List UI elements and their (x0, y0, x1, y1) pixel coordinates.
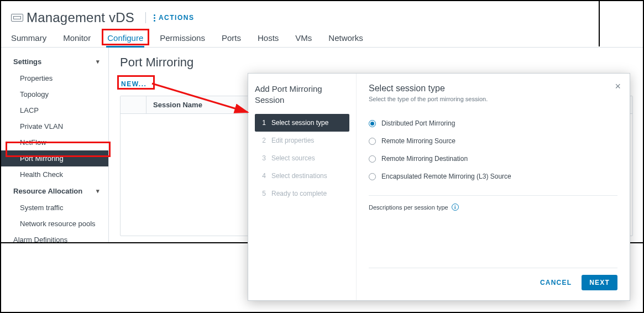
actions-menu[interactable]: ACTIONS (154, 14, 195, 22)
nav-port-mirroring[interactable]: Port Mirroring (0, 150, 108, 166)
tab-permissions[interactable]: Permissions (160, 33, 205, 47)
separator (145, 12, 146, 23)
step-number: 1 (260, 119, 266, 127)
step-label: Ready to complete (271, 190, 327, 197)
option-label: Remote Mirroring Destination (381, 155, 468, 163)
close-icon[interactable]: × (615, 81, 621, 91)
step-number: 2 (260, 137, 266, 144)
session-type-option[interactable]: Remote Mirroring Source (369, 132, 617, 150)
chevron-down-icon: ▾ (96, 58, 100, 65)
actions-dots-icon (154, 14, 155, 22)
cancel-button[interactable]: CANCEL (540, 279, 572, 286)
dialog-step-subtitle: Select the type of the port mirroring se… (369, 96, 617, 102)
chevron-down-icon: ▾ (96, 187, 100, 195)
info-icon: i (452, 204, 459, 211)
dialog-content-pane: × Select session type Select the type of… (357, 74, 630, 300)
session-type-option[interactable]: Encapsulated Remote Mirroring (L3) Sourc… (369, 168, 617, 185)
dialog-step-title: Select session type (369, 84, 617, 93)
step-label: Select sources (271, 154, 315, 162)
option-label: Distributed Port Mirroring (381, 119, 455, 127)
nav-network-resource-pools[interactable]: Network resource pools (0, 216, 108, 232)
nav-private-vlan[interactable]: Private VLAN (0, 118, 108, 134)
session-type-option[interactable]: Remote Mirroring Destination (369, 150, 617, 168)
nav-group-header[interactable]: Resource Allocation▾ (0, 182, 108, 200)
tab-networks[interactable]: Networks (328, 33, 363, 47)
step-label: Select session type (271, 119, 328, 127)
page-header: Management vDS ACTIONS SummaryMonitorCon… (0, 0, 644, 48)
step-number: 5 (260, 190, 266, 197)
new-session-button[interactable]: NEW... (120, 80, 148, 88)
wizard-step: 3Select sources (255, 149, 349, 167)
tab-configure[interactable]: Configure (107, 33, 143, 47)
wizard-step[interactable]: 1Select session type (255, 114, 349, 132)
step-number: 3 (260, 154, 266, 162)
vds-icon (11, 14, 23, 22)
nav-health-check[interactable]: Health Check (0, 166, 108, 182)
radio-icon (369, 120, 376, 127)
wizard-step: 2Edit properties (255, 132, 349, 149)
nav-system-traffic[interactable]: System traffic (0, 200, 108, 216)
radio-icon (369, 173, 376, 180)
tab-vms[interactable]: VMs (295, 33, 312, 47)
content-title: Port Mirroring (120, 55, 633, 70)
dialog-steps-pane: Add Port Mirroring Session 1Select sessi… (248, 74, 357, 300)
nav-properties[interactable]: Properties (0, 70, 108, 86)
nav-netflow[interactable]: NetFlow (0, 134, 108, 150)
nav-lacp[interactable]: LACP (0, 102, 108, 118)
descriptions-label: Descriptions per session type (369, 204, 448, 211)
step-label: Edit properties (271, 137, 314, 144)
radio-icon (369, 138, 376, 145)
add-port-mirroring-dialog: Add Port Mirroring Session 1Select sessi… (248, 73, 630, 301)
wizard-step: 4Select destinations (255, 167, 349, 185)
option-label: Encapsulated Remote Mirroring (L3) Sourc… (381, 173, 511, 180)
step-label: Select destinations (271, 172, 327, 180)
frame-right-gap (599, 1, 643, 46)
tab-ports[interactable]: Ports (222, 33, 241, 47)
tab-hosts[interactable]: Hosts (258, 33, 279, 47)
option-label: Remote Mirroring Source (381, 137, 455, 145)
nav-group-header[interactable]: Settings▾ (0, 53, 108, 70)
descriptions-link[interactable]: Descriptions per session type i (369, 195, 617, 211)
tab-bar: SummaryMonitorConfigurePermissionsPortsH… (0, 25, 644, 48)
step-number: 4 (260, 172, 266, 180)
tab-summary[interactable]: Summary (11, 33, 46, 47)
dialog-footer: CANCEL NEXT (369, 268, 617, 290)
actions-label: ACTIONS (159, 14, 195, 22)
session-type-option[interactable]: Distributed Port Mirroring (369, 114, 617, 132)
wizard-step: 5Ready to complete (255, 185, 349, 202)
dialog-title: Add Port Mirroring Session (255, 84, 349, 105)
tab-monitor[interactable]: Monitor (63, 33, 91, 47)
page-title: Management vDS (27, 10, 134, 25)
radio-icon (369, 155, 376, 163)
nav-topology[interactable]: Topology (0, 86, 108, 102)
grid-checkbox-col (121, 96, 146, 113)
next-button[interactable]: NEXT (582, 275, 617, 290)
